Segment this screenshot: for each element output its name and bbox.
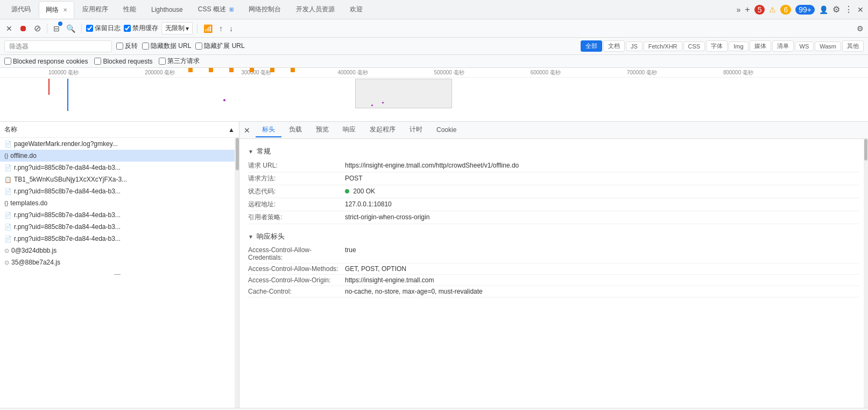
detail-tab-headers[interactable]: 标头	[256, 123, 281, 137]
disable-cache-checkbox[interactable]: 禁用缓存	[124, 24, 158, 33]
type-all-button[interactable]: 全部	[581, 40, 602, 52]
third-party-checkbox[interactable]: 第三方请求	[159, 57, 200, 66]
kv-cache-control: Cache-Control: no-cache, no-store, max-a…	[248, 286, 859, 297]
tab-devresources[interactable]: 开发人员资源	[289, 1, 342, 18]
filter-input[interactable]	[4, 40, 112, 52]
add-tab-button[interactable]: +	[745, 5, 750, 15]
type-font-button[interactable]: 字体	[706, 40, 728, 52]
response-headers-section-header[interactable]: ▼ 响应标头	[248, 228, 859, 245]
left-scrollbar[interactable]	[235, 138, 239, 408]
type-css-button[interactable]: CSS	[683, 41, 705, 51]
tab-source[interactable]: 源代码	[4, 1, 38, 18]
notification-badge: 99+	[795, 5, 815, 15]
right-scrollbar[interactable]	[864, 139, 868, 408]
blocked-requests-checkbox[interactable]: Blocked requests	[94, 58, 152, 65]
detail-tab-preview[interactable]: 预览	[309, 123, 335, 137]
file-item-7[interactable]: 📄 r.png?uid=885c8b7e-da84-4eda-b3...	[0, 221, 235, 233]
main-area: 名称 ▲ 📄 pageWaterMark.render.log?gmkey...…	[0, 122, 868, 408]
detail-tabs: ✕ 标头 负载 预览 响应 发起程序 计时 Cookie	[239, 122, 868, 139]
more-options-button[interactable]: ⋮	[844, 4, 853, 15]
detail-tab-timing[interactable]: 计时	[403, 123, 429, 137]
type-manifest-button[interactable]: 清单	[772, 40, 794, 52]
file-icon-0: 📄	[4, 141, 12, 148]
status-bar: 88 次请求 已传输2.6 MB 8.2 MB 条资源 CSDN @正正彡	[0, 408, 868, 410]
type-fetch-button[interactable]: Fetch/XHR	[644, 41, 682, 51]
hide-data-url-checkbox[interactable]: 隐藏数据 URL	[142, 41, 191, 51]
kv-allow-origin: Access-Control-Allow-Origin: https://ins…	[248, 275, 859, 286]
file-item-2[interactable]: 📄 r.png?uid=885c8b7e-da84-4eda-b3...	[0, 162, 235, 173]
record-button[interactable]: ⏺	[17, 22, 29, 35]
file-item-8[interactable]: 📄 r.png?uid=885c8b7e-da84-4eda-b3...	[0, 233, 235, 245]
kv-request-url: 请求 URL: https://insight-engine.tmall.com…	[248, 159, 859, 172]
upload-button[interactable]: ↑	[217, 23, 224, 34]
detail-tab-response[interactable]: 响应	[336, 123, 362, 137]
type-doc-button[interactable]: 文档	[603, 40, 625, 52]
detail-tab-initiator[interactable]: 发起程序	[363, 123, 402, 137]
timeline-bar-6	[291, 68, 295, 72]
timeline-bar-4	[250, 68, 254, 72]
throttle-select[interactable]: 无限制 ▾	[161, 22, 193, 34]
wifi-button[interactable]: 📶	[202, 23, 214, 34]
file-item-4[interactable]: 📄 r.png?uid=885c8b7e-da84-4eda-b3...	[0, 185, 235, 197]
file-icon-2: 📄	[4, 164, 12, 171]
file-icon-1: {}	[4, 152, 8, 159]
file-icon-8: 📄	[4, 235, 12, 242]
tab-welcome[interactable]: 欢迎	[343, 1, 370, 18]
hide-ext-url-checkbox[interactable]: 隐藏扩展 URL	[195, 41, 244, 51]
file-item-3[interactable]: 📋 TB1_5kWnKuSBuNjy1XcXXcYjFXa-3...	[0, 173, 235, 185]
filter-active-dot	[58, 22, 62, 26]
detail-close-button[interactable]: ✕	[244, 126, 250, 135]
detail-content: ▼ 常规 请求 URL: https://insight-engine.tmal…	[239, 139, 868, 408]
preserve-log-checkbox[interactable]: 保留日志	[86, 24, 121, 33]
filter-toggle-button[interactable]: ⊟	[52, 23, 61, 34]
tab-network-close[interactable]: ✕	[63, 7, 67, 13]
detail-tab-payload[interactable]: 负载	[283, 123, 308, 137]
left-scroll-thumb	[236, 138, 239, 170]
search-button[interactable]: 🔍	[65, 23, 77, 34]
blocked-cookies-checkbox[interactable]: Blocked response cookies	[4, 58, 88, 65]
tab-lighthouse[interactable]: Lighthouse	[144, 1, 190, 18]
clear-button[interactable]: ⊘	[32, 22, 43, 35]
user-icon[interactable]: 👤	[819, 5, 828, 14]
scroll-down-indicator: —	[0, 268, 235, 280]
file-item-6[interactable]: 📄 r.png?uid=885c8b7e-da84-4eda-b3...	[0, 209, 235, 221]
type-js-button[interactable]: JS	[626, 41, 643, 51]
file-item-9[interactable]: ⊙ 0@3d24dbbb.js	[0, 245, 235, 256]
type-wasm-button[interactable]: Wasm	[815, 41, 841, 51]
detail-tab-cookie[interactable]: Cookie	[430, 124, 463, 137]
type-ws-button[interactable]: WS	[795, 41, 814, 51]
type-media-button[interactable]: 媒体	[750, 40, 771, 52]
type-img-button[interactable]: Img	[729, 41, 748, 51]
network-timeline: 100000 毫秒 200000 毫秒 300000 毫秒 400000 毫秒 …	[0, 68, 868, 122]
status-ok-dot	[345, 189, 349, 193]
settings-button[interactable]: ⚙	[832, 4, 840, 15]
tab-css-overview[interactable]: CSS 概述 ⊞	[191, 1, 241, 18]
file-item-10[interactable]: ⊙ 35@88be7a24.js	[0, 256, 235, 268]
tab-performance[interactable]: 性能	[116, 1, 143, 18]
tab-network[interactable]: 网络 ✕	[39, 1, 74, 18]
sep2	[81, 24, 82, 33]
file-list: 📄 pageWaterMark.render.log?gmkey... {} o…	[0, 138, 235, 408]
reverse-filter-checkbox[interactable]: 反转	[116, 41, 138, 51]
file-item-1[interactable]: {} offline.do	[0, 150, 235, 162]
devtools-close-button[interactable]: ✕	[857, 5, 864, 14]
scroll-up-arrow[interactable]: ▲	[228, 126, 235, 134]
download-button[interactable]: ↓	[228, 23, 235, 34]
network-settings-button[interactable]: ⚙	[857, 24, 864, 33]
file-item-5[interactable]: {} templates.do	[0, 197, 235, 209]
timeline-marker-blue	[67, 79, 68, 111]
file-icon-7: 📄	[4, 224, 12, 231]
right-scroll-thumb	[864, 139, 867, 161]
file-item-0[interactable]: 📄 pageWaterMark.render.log?gmkey...	[0, 138, 235, 150]
kv-request-method: 请求方法: POST	[248, 172, 859, 185]
tab-network-console[interactable]: 网络控制台	[242, 1, 288, 18]
file-icon-4: 📄	[4, 188, 12, 195]
close-panel-button[interactable]: ✕	[4, 23, 14, 34]
css-overview-badge: ⊞	[229, 6, 234, 12]
type-filter-buttons: 全部 文档 JS Fetch/XHR CSS 字体 Img 媒体 清单 WS W…	[581, 40, 864, 52]
tab-application[interactable]: 应用程序	[75, 1, 115, 18]
type-other-button[interactable]: 其他	[842, 40, 864, 52]
more-tabs-button[interactable]: »	[737, 5, 741, 14]
general-section-header[interactable]: ▼ 常规	[248, 143, 859, 159]
sep1	[47, 24, 47, 33]
